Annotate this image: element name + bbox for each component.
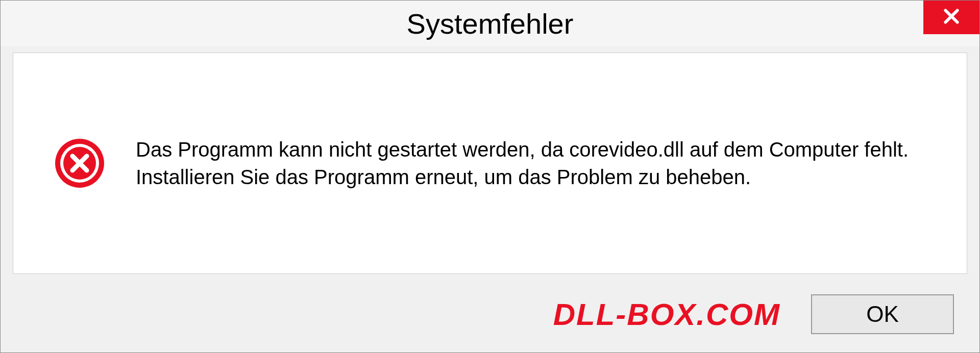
ok-button[interactable]: OK — [811, 294, 954, 334]
watermark-text: DLL-BOX.COM — [553, 297, 780, 332]
error-icon — [54, 138, 105, 189]
dialog-title: Systemfehler — [407, 7, 574, 40]
dialog-footer: DLL-BOX.COM OK — [1, 286, 979, 352]
close-button[interactable] — [923, 1, 979, 34]
close-icon — [941, 6, 962, 29]
content-area: Das Programm kann nicht gestartet werden… — [13, 53, 967, 274]
error-dialog: Systemfehler Das Programm kann nicht ges… — [0, 0, 980, 353]
titlebar: Systemfehler — [1, 1, 979, 46]
error-message: Das Programm kann nicht gestartet werden… — [136, 136, 926, 191]
